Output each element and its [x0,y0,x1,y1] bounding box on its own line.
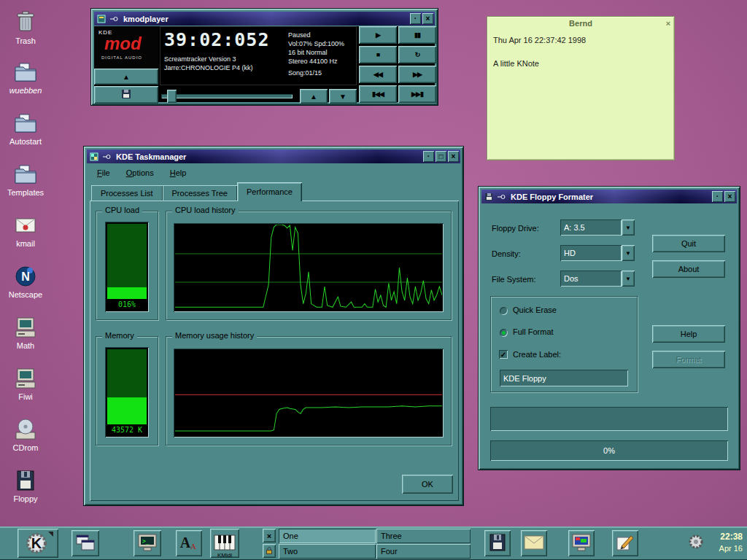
mail-button[interactable] [521,530,547,556]
ok-button[interactable]: OK [402,475,453,494]
desktop-icon-wuebben[interactable]: wuebben [1,60,50,95]
minimize-icon[interactable]: · [423,151,434,162]
desktop-icon-autostart[interactable]: Autostart [1,111,50,146]
folder-icon [1,60,50,85]
desktop-icon-kmail[interactable]: kmail [1,213,50,248]
knote-titlebar[interactable]: Bernd × [487,17,674,30]
minimize-icon[interactable]: · [712,191,723,202]
cpu-history-group: CPU load history [166,211,452,320]
cdrom-icon [1,417,50,442]
lock-screen-button[interactable] [263,544,276,558]
group-label: Memory usage history [172,331,257,340]
svg-text:K: K [31,535,42,551]
pager-desktop-four[interactable]: Four [376,544,471,559]
k-menu-button[interactable]: K [18,529,58,558]
app-menu-icon[interactable] [483,191,494,202]
stop-icon: ■ [376,51,379,58]
pattern-up-button[interactable]: ▲ [300,89,328,104]
knote-text[interactable]: Thu Apr 16 22:37:42 1998 A little KNote [487,30,674,74]
display-icon [571,533,592,553]
display-settings-button[interactable] [568,530,595,556]
sticky-pin-icon[interactable] [495,191,506,202]
kmodplayer-titlebar[interactable]: kmodplayer · × [94,12,435,26]
pager-desktop-two[interactable]: Two [279,544,376,559]
floppy-drive-value: A: 3.5 [560,219,622,236]
loop-button[interactable]: ↻ [398,46,436,63]
volume-label-input[interactable]: KDE Floppy [500,370,628,386]
eject-button[interactable]: ▲ [94,69,158,85]
taskmanager-titlebar[interactable]: KDE Taskmanager · □ × [87,149,460,163]
volume-speed: Vol:07% Spd:100% [288,39,352,48]
slider-groove[interactable] [161,94,293,98]
tab-processes-list[interactable]: Processes List [91,185,163,201]
next-track-button[interactable]: ▶▶▮ [398,85,436,103]
close-icon[interactable]: × [662,19,674,28]
desktop-icon-cdrom[interactable]: CDrom [1,417,50,452]
kde-gear-button[interactable] [686,533,705,552]
terminal-button[interactable]: >_ [133,530,161,556]
position-slider[interactable]: ▲ ▼ [160,89,357,104]
pause-button[interactable]: ▮▮ [398,26,436,44]
close-icon[interactable]: × [724,191,735,202]
tab-performance[interactable]: Performance [237,182,302,201]
fonts-button[interactable]: AA [176,530,202,556]
logout-button[interactable]: × [263,529,276,542]
forward-button[interactable]: ▶▶ [398,66,436,83]
floppy-tools-button[interactable] [484,530,511,556]
clock-time: 22:38 [719,531,743,542]
close-icon[interactable]: × [422,13,433,24]
menu-options[interactable]: Options [126,168,154,177]
chevron-down-icon[interactable]: ▼ [622,219,635,236]
pattern-down-button[interactable]: ▼ [329,89,357,104]
sticky-pin-icon[interactable] [108,13,119,24]
filesystem-select[interactable]: Dos ▼ [560,271,635,287]
pager-desktop-three[interactable]: Three [376,529,471,543]
pause-icon: ▮▮ [414,31,420,39]
knote-window: Bernd × Thu Apr 16 22:37:42 1998 A littl… [487,16,675,160]
app-menu-icon[interactable] [96,13,107,24]
quick-erase-radio[interactable] [500,307,508,315]
pager-desktop-one[interactable]: One [279,529,376,543]
editor-button[interactable] [612,530,638,556]
desktop-icon-floppy[interactable]: Floppy [1,468,50,503]
desktop-icon-trash[interactable]: Trash [1,9,50,45]
window-list-button[interactable] [71,530,99,556]
chevron-down-icon[interactable]: ▼ [622,271,635,287]
help-button-label: Help [681,330,697,338]
desktop-icon-templates[interactable]: Templates [1,162,50,197]
stop-button[interactable]: ■ [359,46,397,63]
menu-help[interactable]: Help [170,168,187,177]
desktop-icon-math[interactable]: Math [1,315,50,350]
drive-button[interactable] [94,86,158,104]
taskbar-clock[interactable]: 22:38 Apr 16 [719,531,743,554]
help-button[interactable]: Help [652,325,725,343]
chevron-down-icon[interactable]: ▼ [622,245,635,261]
play-icon: ▶ [376,31,380,39]
prev-track-button[interactable]: ▮◀◀ [359,85,397,103]
tab-processes-tree[interactable]: Processes Tree [163,185,237,201]
logo-mod-text: mod [104,34,142,54]
play-button[interactable]: ▶ [359,26,397,44]
desktop-icon-label: Netscape [1,290,50,299]
density-select[interactable]: HD ▼ [560,245,635,261]
window-title: KDE Taskmanager [113,152,422,161]
floppy-formatter-titlebar[interactable]: KDE Floppy Formater · × [481,190,737,203]
about-button[interactable]: About [652,260,725,278]
close-icon[interactable]: × [448,151,459,162]
format-button[interactable]: Format [652,351,725,368]
create-label-checkbox[interactable]: ✓ [499,350,508,359]
floppy-drive-select[interactable]: A: 3.5 ▼ [560,219,635,236]
sticky-pin-icon[interactable] [101,151,112,162]
rewind-button[interactable]: ◀◀ [359,66,397,83]
kmidi-button[interactable]: KMidi [210,529,239,558]
menu-file[interactable]: File [97,168,110,177]
minimize-icon[interactable]: · [410,13,421,24]
maximize-icon[interactable]: □ [436,151,446,162]
full-format-radio[interactable] [500,329,508,337]
app-menu-icon[interactable] [88,151,99,162]
desktop-icon-fiwi[interactable]: Fiwi [1,366,50,401]
desktop-icon-netscape[interactable]: N Netscape [1,264,50,299]
slider-handle[interactable] [167,90,177,103]
quit-button[interactable]: Quit [652,235,725,252]
window-title: kmodplayer [120,15,409,23]
